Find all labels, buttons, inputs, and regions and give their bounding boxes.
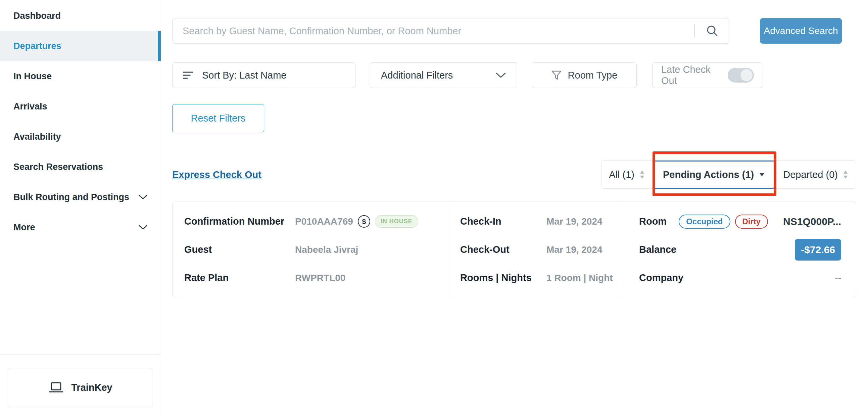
check-in-label: Check-In — [460, 216, 547, 227]
sidebar-item-dashboard[interactable]: Dashboard — [0, 1, 161, 31]
caret-down-icon — [758, 172, 765, 177]
check-out-value: Mar 19, 2024 — [547, 244, 602, 255]
room-type-filter[interactable]: Room Type — [532, 62, 637, 88]
sidebar-item-availability[interactable]: Availability — [0, 122, 161, 152]
room-value: NS1Q000P... — [783, 216, 841, 227]
sidebar-item-search-reservations[interactable]: Search Reservations — [0, 152, 161, 182]
sort-by-button[interactable]: Sort By: Last Name — [172, 62, 355, 88]
status-tabs: All (1) Pending Actions (1) Departed (0) — [601, 160, 856, 189]
tab-pending-actions[interactable]: Pending Actions (1) — [652, 160, 776, 189]
tab-pending-actions-label: Pending Actions (1) — [663, 169, 754, 180]
chevron-down-icon — [138, 195, 147, 200]
list-header: Express Check Out All (1) Pending Action… — [172, 160, 856, 189]
guest-value: Nabeela Jivraj — [295, 244, 358, 255]
confirmation-value: P010AAA769 — [295, 216, 353, 227]
sidebar-item-label: More — [13, 222, 35, 233]
rate-plan-row: Rate Plan RWPRTL00 — [184, 269, 449, 287]
reservation-card-left-column: Confirmation Number P010AAA769 $ IN HOUS… — [173, 202, 449, 298]
chevron-down-icon — [495, 72, 506, 79]
reset-filters-button[interactable]: Reset Filters — [172, 104, 264, 132]
confirmation-label: Confirmation Number — [184, 216, 295, 227]
advanced-search-button[interactable]: Advanced Search — [760, 18, 842, 43]
in-house-badge: IN HOUSE — [375, 215, 418, 228]
search-divider — [694, 24, 695, 38]
balance-row: Balance -$72.66 — [639, 239, 841, 261]
tab-all[interactable]: All (1) — [601, 161, 652, 188]
sidebar-item-label: Arrivals — [13, 101, 47, 112]
late-checkout-label: Late Check Out — [661, 64, 728, 86]
occupied-status-pill: Occupied — [679, 214, 730, 229]
tab-all-label: All (1) — [609, 169, 634, 180]
sidebar-item-label: Dashboard — [13, 11, 61, 21]
additional-filters-dropdown[interactable]: Additional Filters — [370, 62, 517, 88]
check-out-label: Check-Out — [460, 244, 547, 255]
late-checkout-filter: Late Check Out — [652, 62, 763, 88]
tab-departed-label: Departed (0) — [783, 169, 838, 180]
balance-badge[interactable]: -$72.66 — [795, 239, 841, 261]
caret-up-down-icon — [842, 170, 848, 180]
search-row: Advanced Search — [172, 18, 856, 43]
reservation-card-right-column: Room Occupied Dirty NS1Q000P... Balance … — [625, 202, 856, 298]
laptop-icon — [48, 381, 64, 394]
search-icon[interactable] — [706, 24, 719, 38]
search-box — [172, 18, 730, 43]
sidebar-footer: TrainKey — [0, 354, 161, 415]
payment-dollar-icon[interactable]: $ — [358, 215, 370, 228]
guest-label: Guest — [184, 244, 295, 255]
additional-filters-label: Additional Filters — [381, 70, 453, 81]
rooms-nights-label: Rooms | Nights — [460, 272, 547, 284]
sidebar-item-label: Search Reservations — [13, 162, 103, 172]
company-label: Company — [639, 272, 683, 284]
sort-icon — [183, 70, 194, 80]
trainkey-label: TrainKey — [71, 382, 113, 393]
check-out-row: Check-Out Mar 19, 2024 — [460, 241, 625, 259]
search-input[interactable] — [173, 19, 694, 43]
late-checkout-toggle[interactable] — [728, 68, 754, 83]
confirmation-row: Confirmation Number P010AAA769 $ IN HOUS… — [184, 213, 449, 230]
sidebar-item-arrivals[interactable]: Arrivals — [0, 91, 161, 122]
sidebar-item-label: In House — [13, 71, 52, 82]
toggle-knob — [740, 69, 752, 81]
sidebar: Dashboard Departures In House Arrivals A… — [0, 0, 161, 415]
room-row: Room Occupied Dirty NS1Q000P... — [639, 213, 841, 230]
company-value: -- — [835, 273, 841, 284]
room-label: Room — [639, 216, 666, 227]
check-in-value: Mar 19, 2024 — [547, 216, 602, 227]
funnel-icon — [551, 70, 562, 80]
tab-departed[interactable]: Departed (0) — [776, 161, 856, 188]
sidebar-item-bulk-routing-postings[interactable]: Bulk Routing and Postings — [0, 182, 161, 212]
check-in-row: Check-In Mar 19, 2024 — [460, 213, 625, 230]
sidebar-item-label: Bulk Routing and Postings — [13, 192, 129, 203]
chevron-down-icon — [138, 225, 147, 230]
room-status-pills: Occupied Dirty — [679, 214, 768, 229]
sidebar-item-more[interactable]: More — [0, 212, 161, 242]
rate-plan-label: Rate Plan — [184, 272, 295, 284]
dirty-status-pill: Dirty — [735, 214, 768, 229]
reservation-card[interactable]: Confirmation Number P010AAA769 $ IN HOUS… — [172, 201, 856, 298]
sidebar-item-label: Availability — [13, 131, 61, 142]
rate-plan-value: RWPRTL00 — [295, 273, 345, 284]
filter-row: Sort By: Last Name Additional Filters Ro… — [172, 62, 856, 88]
sidebar-item-label: Departures — [13, 41, 61, 51]
balance-label: Balance — [639, 244, 676, 255]
main-content: Advanced Search Sort By: Last Name Addit… — [161, 0, 868, 415]
sidebar-nav: Dashboard Departures In House Arrivals A… — [0, 0, 161, 242]
reservation-card-middle-column: Check-In Mar 19, 2024 Check-Out Mar 19, … — [449, 202, 625, 298]
company-row: Company -- — [639, 269, 841, 287]
room-left-group: Room Occupied Dirty — [639, 214, 768, 229]
room-type-label: Room Type — [568, 70, 618, 81]
guest-row: Guest Nabeela Jivraj — [184, 241, 449, 259]
sidebar-item-departures[interactable]: Departures — [0, 31, 161, 61]
app-root: Dashboard Departures In House Arrivals A… — [0, 0, 868, 415]
rooms-nights-row: Rooms | Nights 1 Room | Night — [460, 269, 625, 287]
sidebar-item-in-house[interactable]: In House — [0, 61, 161, 91]
express-checkout-link[interactable]: Express Check Out — [172, 169, 261, 180]
rooms-nights-value: 1 Room | Night — [547, 273, 613, 284]
confirmation-value-group: P010AAA769 $ IN HOUSE — [295, 215, 418, 228]
caret-up-down-icon — [639, 170, 645, 180]
sort-by-label: Sort By: Last Name — [202, 70, 286, 81]
trainkey-button[interactable]: TrainKey — [8, 368, 153, 407]
